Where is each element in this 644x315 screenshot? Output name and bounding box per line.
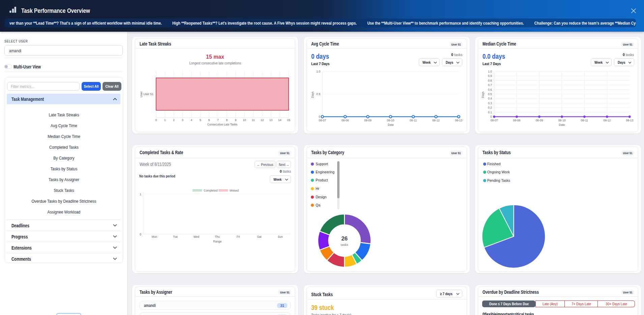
svg-text:3: 3: [182, 118, 183, 122]
svg-text:08-09: 08-09: [364, 119, 372, 122]
svg-text:08-07: 08-07: [319, 119, 326, 122]
svg-text:15: 15: [287, 118, 290, 122]
svg-text:08-13: 08-13: [455, 119, 462, 122]
svg-text:Consecutive Late Tasks: Consecutive Late Tasks: [207, 123, 238, 126]
svg-text:1: 1: [164, 118, 166, 122]
svg-text:26: 26: [341, 235, 348, 242]
svg-text:0.3: 0.3: [488, 102, 492, 105]
svg-text:0: 0: [319, 115, 320, 118]
svg-text:0: 0: [140, 233, 141, 236]
svg-text:0.7: 0.7: [488, 83, 492, 87]
svg-text:Sat: Sat: [257, 235, 262, 238]
svg-text:Days: Days: [481, 91, 485, 98]
svg-text:08-10: 08-10: [387, 119, 394, 122]
svg-text:Mon: Mon: [152, 235, 157, 238]
svg-text:1.0: 1.0: [316, 70, 320, 73]
svg-text:08-13: 08-13: [626, 119, 634, 122]
svg-text:08-10: 08-10: [558, 119, 566, 122]
svg-text:Sun: Sun: [278, 235, 283, 238]
svg-text:User: User: [140, 91, 143, 97]
svg-text:0.9: 0.9: [488, 74, 492, 78]
svg-text:0.5: 0.5: [316, 92, 320, 96]
svg-text:0.1: 0.1: [488, 111, 492, 114]
svg-text:Date: Date: [559, 123, 565, 126]
svg-text:0: 0: [155, 118, 157, 122]
svg-text:Date: Date: [388, 123, 394, 126]
svg-text:6: 6: [208, 118, 210, 122]
svg-text:7: 7: [217, 118, 219, 122]
svg-text:14: 14: [278, 118, 282, 122]
svg-text:Thu: Thu: [215, 235, 220, 238]
svg-text:08-09: 08-09: [536, 119, 543, 122]
svg-text:tasks: tasks: [341, 243, 348, 247]
svg-text:08-11: 08-11: [581, 119, 588, 122]
svg-text:08-07: 08-07: [491, 119, 498, 122]
svg-text:9: 9: [235, 118, 236, 122]
svg-text:1: 1: [140, 193, 141, 196]
svg-text:Days: Days: [311, 91, 314, 98]
svg-text:Range: Range: [213, 240, 222, 243]
svg-text:08-12: 08-12: [604, 119, 611, 122]
svg-text:Wed: Wed: [194, 235, 200, 238]
svg-text:08-11: 08-11: [410, 119, 417, 122]
svg-text:11: 11: [252, 118, 255, 122]
svg-text:12: 12: [261, 118, 264, 122]
svg-text:Completed: Completed: [204, 189, 217, 192]
svg-text:Tue: Tue: [173, 235, 178, 238]
svg-text:2: 2: [173, 118, 175, 122]
svg-text:08-08: 08-08: [341, 119, 349, 122]
svg-text:08-08: 08-08: [513, 119, 521, 122]
svg-text:0.2: 0.2: [488, 106, 492, 109]
svg-text:10: 10: [243, 118, 246, 122]
svg-text:5: 5: [200, 118, 201, 122]
svg-text:4: 4: [191, 118, 192, 122]
svg-text:User 51: User 51: [143, 92, 153, 96]
svg-text:8: 8: [226, 118, 228, 122]
svg-text:0.6: 0.6: [488, 88, 492, 91]
svg-text:0.8: 0.8: [488, 79, 492, 82]
svg-text:08-12: 08-12: [432, 119, 440, 122]
svg-text:13: 13: [269, 118, 273, 122]
svg-text:0.4: 0.4: [488, 97, 492, 100]
svg-text:Fri: Fri: [237, 235, 240, 238]
svg-text:0: 0: [490, 115, 492, 118]
svg-text:Missed: Missed: [230, 189, 239, 192]
svg-text:1.0: 1.0: [488, 70, 492, 73]
svg-text:0.5: 0.5: [488, 92, 492, 96]
